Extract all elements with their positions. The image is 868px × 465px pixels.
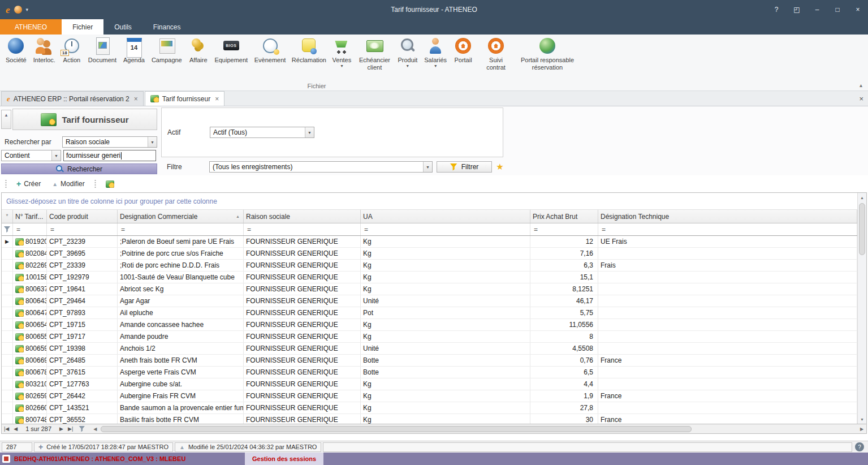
chevron-down-icon[interactable]: ▼ [423, 162, 432, 172]
scroll-down-icon[interactable]: ▼ [858, 415, 866, 424]
filter-cell-ua[interactable]: = [361, 223, 530, 235]
app-menu-button[interactable]: ATHENEO [0, 19, 62, 35]
ribbon-collapse-icon[interactable]: ▴ [860, 82, 862, 88]
actif-select[interactable]: Actif (Tous) ▼ [210, 127, 314, 138]
toolbar-grip[interactable] [5, 179, 7, 188]
group-by-bar[interactable]: Glissez-déposez un titre de colonne ici … [2, 193, 857, 210]
table-row[interactable]: 8006553CPT_19717Amande poudreFOURNISSEUR… [2, 331, 857, 343]
pager-last-button[interactable]: ▶| [66, 426, 75, 432]
atheneo-logo-icon[interactable]: e [6, 5, 10, 15]
scroll-up-icon[interactable]: ▲ [858, 193, 866, 202]
search-input[interactable]: fournisseur generi [63, 150, 156, 161]
horizontal-scroll-thumb[interactable] [101, 426, 692, 432]
filtrer-button[interactable]: Filtrer [437, 161, 492, 173]
ribbon-item-agenda[interactable]: 14Agenda [120, 36, 148, 64]
menu-tab-finances[interactable]: Finances [142, 19, 192, 35]
table-row[interactable]: 8007485CPT_36552Basilic frais botte FR C… [2, 414, 857, 424]
session-manager-button[interactable]: Gestion des sessions [245, 453, 323, 465]
ribbon-item-interloc[interactable]: Interloc. [30, 36, 59, 64]
minimize-icon[interactable]: – [807, 0, 827, 19]
ribbon-item-ev-nement[interactable]: Evènement [251, 36, 290, 64]
scroll-left-icon[interactable]: ◀ [90, 427, 100, 432]
filter-icon[interactable] [79, 426, 85, 432]
chevron-down-icon[interactable]: ▼ [305, 127, 314, 137]
filter-cell-d-signation-technique[interactable]: = [598, 223, 857, 235]
favorite-filter-button[interactable]: ★ [494, 161, 506, 173]
fit-window-icon[interactable]: ◰ [787, 0, 807, 19]
ribbon-item-produit[interactable]: Produit▾ [394, 36, 421, 68]
filtre-select[interactable]: (Tous les enregistrements) ▼ [209, 161, 433, 173]
pager-next-button[interactable]: ▶ [57, 426, 66, 432]
quick-access-icon[interactable] [14, 6, 22, 14]
horizontal-scroll-track[interactable] [100, 425, 857, 433]
modify-button[interactable]: ▲ Modifier [50, 179, 87, 189]
table-row[interactable]: 8006471CPT_97893Ail eplucheFOURNISSEUR G… [2, 307, 857, 319]
scroll-right-icon[interactable]: ▶ [857, 427, 866, 432]
operator-select[interactable]: Contient ▼ [1, 150, 61, 161]
table-row[interactable]: 8026593CPT_26442Aubergine Frais FR CVMFO… [2, 390, 857, 402]
table-row[interactable]: 8006547CPT_19715Amande concassee hacheeF… [2, 319, 857, 331]
quick-access-dropdown-icon[interactable]: ▾ [26, 7, 29, 12]
table-row[interactable]: 8022697CPT_23339;Roti de porc echine D.D… [2, 260, 857, 272]
collapse-panel-button[interactable]: ▴ [1, 110, 11, 129]
ribbon-item-document[interactable]: Document [85, 36, 120, 64]
column-header-d-signation-technique[interactable]: Désignation Technique [598, 210, 857, 223]
ribbon-item-salari-s[interactable]: Salariés▾ [421, 36, 450, 68]
help-icon[interactable]: ? [766, 0, 787, 19]
filter-cell-prix-achat-brut[interactable]: = [530, 223, 598, 235]
ribbon-item-action[interactable]: 18Action [59, 36, 85, 64]
column-header-n-tarif[interactable]: N° Tarif... [13, 210, 47, 223]
filter-cell-code-produit[interactable]: = [47, 223, 118, 235]
help-button[interactable]: ? [855, 442, 864, 451]
vertical-scrollbar[interactable]: ▲ ▼ [857, 193, 866, 424]
maximize-icon[interactable]: □ [827, 0, 848, 19]
table-row[interactable]: 8006690CPT_26485Aneth frais botte FR CVM… [2, 355, 857, 367]
table-row[interactable]: 8006598CPT_19398Anchois 1/2FOURNISSEUR G… [2, 343, 857, 355]
chevron-down-icon[interactable]: ▼ [51, 150, 61, 161]
pager-first-button[interactable]: |◀ [2, 426, 11, 432]
column-header-ua[interactable]: UA [361, 210, 530, 223]
ribbon-item-campagne[interactable]: Campagne [148, 36, 185, 64]
table-row[interactable]: 8032101CPT_127763Aubergine cube s/at.FOU… [2, 378, 857, 390]
close-tab-icon[interactable]: × [214, 95, 219, 103]
table-row[interactable]: 8006375CPT_19641Abricot sec KgFOURNISSEU… [2, 283, 857, 295]
table-row[interactable]: 8006786CPT_37615Asperge verte Frais CVMF… [2, 367, 857, 378]
table-row[interactable]: ▶8019207CPT_23239;Paleron de Boeuf semi … [2, 236, 857, 248]
ribbon-item-ventes[interactable]: Ventes▾ [329, 36, 355, 68]
table-row[interactable]: 8020845CPT_39695;Poitrine de porc crue s… [2, 248, 857, 260]
table-row[interactable]: 8026602CPT_143521Bande saumon a la prove… [2, 402, 857, 414]
filter-cell-n-tarif[interactable]: = [13, 223, 47, 235]
vertical-scroll-thumb[interactable] [859, 203, 865, 255]
close-document-icon[interactable]: × [859, 94, 863, 103]
chevron-down-icon[interactable]: ▼ [148, 137, 157, 147]
close-tab-icon[interactable]: × [133, 95, 138, 103]
close-icon[interactable]: × [848, 0, 868, 19]
doc-tab-atheneo-erp-portail-r-servation-2[interactable]: eATHENEO ERP :: Portail réservation 2× [1, 91, 144, 106]
search-by-select[interactable]: Raison sociale ▼ [62, 136, 157, 148]
ribbon-item-portail-responsable-r-servation[interactable]: Portail responsable réservation [516, 36, 579, 71]
ribbon-item-equipement[interactable]: BIOSEquipement [211, 36, 251, 64]
filter-cell-designation-commerciale[interactable]: = [118, 223, 244, 235]
vertical-scroll-track[interactable] [858, 202, 866, 415]
horizontal-scrollbar[interactable]: ◀ ▶ [90, 424, 866, 433]
tariff-quick-button[interactable] [103, 179, 116, 189]
menu-tab-outils[interactable]: Outils [103, 19, 142, 35]
toolbar-grip[interactable] [94, 179, 97, 188]
column-header-raison-sociale[interactable]: Raison sociale [244, 210, 361, 223]
ribbon-item-affaire[interactable]: Affaire [185, 36, 211, 64]
ribbon-item-suivi-contrat[interactable]: Suivi contrat [476, 36, 516, 71]
column-header-code-produit[interactable]: Code produit [47, 210, 118, 223]
column-header-designation-commerciale[interactable]: Designation Commerciale▲ [118, 210, 244, 223]
create-button[interactable]: + Créer [14, 179, 43, 189]
ribbon-item-r-clamation[interactable]: Réclamation [289, 36, 329, 64]
doc-tab-tarif-fournisseur[interactable]: Tarif fournisseur× [145, 91, 224, 106]
column-header-prix-achat-brut[interactable]: Prix Achat Brut [530, 210, 598, 223]
table-row[interactable]: 8006430CPT_29464Agar AgarFOURNISSEUR GEN… [2, 295, 857, 307]
menu-tab-fichier[interactable]: Fichier [62, 19, 103, 35]
table-row[interactable]: 1001589CPT_1929791001-Sauté de Veau/ Bla… [2, 272, 857, 283]
filter-cell-raison-sociale[interactable]: = [244, 223, 361, 235]
pager-prev-button[interactable]: ◀ [11, 426, 20, 432]
search-button[interactable]: Rechercher [1, 163, 157, 174]
ribbon-item-portail[interactable]: Portail [450, 36, 476, 64]
ribbon-item-ech-ancier-client[interactable]: Echéancier client [355, 36, 394, 71]
